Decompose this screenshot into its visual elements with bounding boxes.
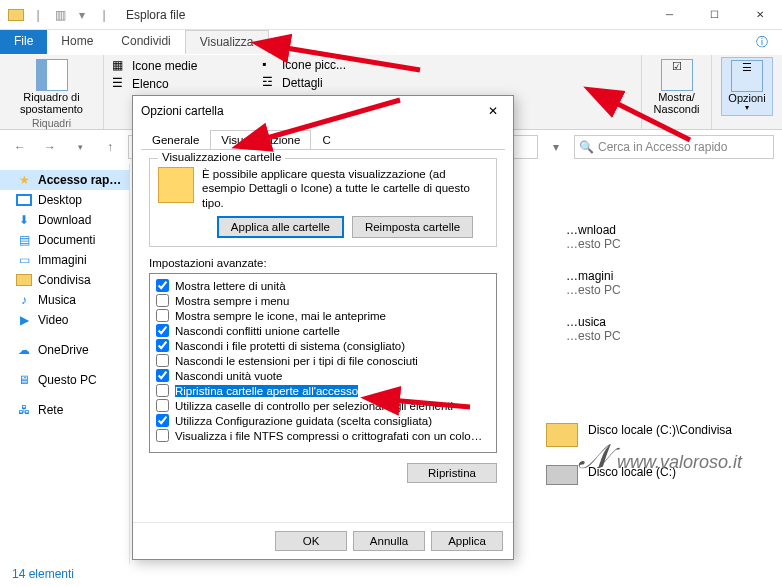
- properties-icon[interactable]: ▥: [52, 7, 68, 23]
- advanced-setting-checkbox[interactable]: [156, 354, 169, 367]
- dialog-tab-view[interactable]: Visualizzazione: [210, 130, 311, 150]
- restore-defaults-button[interactable]: Ripristina: [407, 463, 497, 483]
- sidebar-item-downloads[interactable]: ⬇Download: [0, 210, 129, 230]
- folder-options-dialog: Opzioni cartella ✕ Generale Visualizzazi…: [132, 95, 514, 560]
- advanced-setting-label: Nascondi unità vuote: [175, 370, 282, 382]
- advanced-setting-checkbox[interactable]: [156, 294, 169, 307]
- download-icon: ⬇: [16, 212, 32, 228]
- advanced-setting-label: Mostra sempre i menu: [175, 295, 289, 307]
- dialog-close-button[interactable]: ✕: [481, 99, 505, 123]
- layout-small-icons[interactable]: ▪Icone picc...: [260, 56, 348, 74]
- layout-medium-icons[interactable]: ▦Icone medie: [110, 57, 635, 75]
- advanced-setting-checkbox[interactable]: [156, 414, 169, 427]
- advanced-setting-item[interactable]: Nascondi le estensioni per i tipi di fil…: [154, 353, 492, 368]
- advanced-setting-label: Utilizza Configurazione guidata (scelta …: [175, 415, 432, 427]
- tab-share[interactable]: Condividi: [107, 30, 184, 54]
- advanced-setting-item[interactable]: Mostra lettere di unità: [154, 278, 492, 293]
- picture-icon: ▭: [16, 252, 32, 268]
- advanced-setting-item[interactable]: Mostra sempre le icone, mai le anteprime: [154, 308, 492, 323]
- dialog-tab-search[interactable]: C: [311, 130, 341, 150]
- sidebar-item-onedrive[interactable]: ☁OneDrive: [0, 340, 129, 360]
- advanced-setting-item[interactable]: Utilizza caselle di controllo per selezi…: [154, 398, 492, 413]
- advanced-setting-item[interactable]: Utilizza Configurazione guidata (scelta …: [154, 413, 492, 428]
- advanced-setting-label: Nascondi i file protetti di sistema (con…: [175, 340, 405, 352]
- advanced-setting-label: Nascondi conflitti unione cartelle: [175, 325, 340, 337]
- tab-file[interactable]: File: [0, 30, 47, 54]
- advanced-settings-list[interactable]: Mostra lettere di unitàMostra sempre i m…: [149, 273, 497, 453]
- advanced-setting-checkbox[interactable]: [156, 279, 169, 292]
- advanced-setting-item[interactable]: Nascondi i file protetti di sistema (con…: [154, 338, 492, 353]
- layout-details[interactable]: ☲Dettagli: [260, 74, 348, 92]
- checklist-icon: ☑: [661, 59, 693, 91]
- folder-icon: [546, 423, 578, 447]
- document-icon: ▤: [16, 232, 32, 248]
- grid-icon: ▦: [112, 58, 128, 74]
- advanced-setting-checkbox[interactable]: [156, 429, 169, 442]
- advanced-setting-label: Mostra lettere di unità: [175, 280, 286, 292]
- apply-to-folders-button[interactable]: Applica alle cartelle: [217, 216, 344, 238]
- advanced-setting-label: Visualizza i file NTFS compressi o critt…: [175, 430, 482, 442]
- qat-dropdown-icon[interactable]: ▾: [74, 7, 90, 23]
- nav-pane-icon: [36, 59, 68, 91]
- advanced-setting-item[interactable]: Visualizza i file NTFS compressi o critt…: [154, 428, 492, 443]
- show-hide-button[interactable]: ☑ Mostra/ Nascondi: [648, 57, 706, 117]
- options-button[interactable]: ☰ Opzioni ▾: [721, 57, 772, 116]
- music-icon: ♪: [16, 292, 32, 308]
- nav-up-button[interactable]: ↑: [98, 135, 122, 159]
- watermark-logo: 𝒩: [579, 438, 606, 475]
- sidebar-item-quick-access[interactable]: ★Accesso rap…: [0, 170, 129, 190]
- advanced-setting-item[interactable]: Mostra sempre i menu: [154, 293, 492, 308]
- ok-button[interactable]: OK: [275, 531, 347, 551]
- advanced-setting-checkbox[interactable]: [156, 369, 169, 382]
- sidebar-item-network[interactable]: 🖧Rete: [0, 400, 129, 420]
- ribbon-help-icon[interactable]: ⓘ: [742, 30, 782, 54]
- tab-view[interactable]: Visualizza: [185, 30, 269, 54]
- sidebar-item-music[interactable]: ♪Musica: [0, 290, 129, 310]
- advanced-setting-checkbox[interactable]: [156, 309, 169, 322]
- sidebar-item-this-pc[interactable]: 🖥Questo PC: [0, 370, 129, 390]
- divider-icon: |: [30, 7, 46, 23]
- maximize-button[interactable]: ☐: [692, 0, 737, 30]
- apply-button[interactable]: Applica: [431, 531, 503, 551]
- sidebar-item-documents[interactable]: ▤Documenti: [0, 230, 129, 250]
- tab-home[interactable]: Home: [47, 30, 107, 54]
- sidebar-item-pictures[interactable]: ▭Immagini: [0, 250, 129, 270]
- folder-views-group: Visualizzazione cartelle È possibile app…: [149, 158, 497, 247]
- advanced-setting-item[interactable]: Nascondi conflitti unione cartelle: [154, 323, 492, 338]
- cancel-button[interactable]: Annulla: [353, 531, 425, 551]
- reset-folders-button[interactable]: Reimposta cartelle: [352, 216, 473, 238]
- folder-large-icon: [158, 167, 194, 203]
- ribbon-tabs: File Home Condividi Visualizza ⓘ: [0, 30, 782, 55]
- advanced-setting-item[interactable]: Nascondi unità vuote: [154, 368, 492, 383]
- sidebar: ★Accesso rap… Desktop ⬇Download ▤Documen…: [0, 164, 130, 564]
- pc-icon: 🖥: [16, 372, 32, 388]
- nav-history-button[interactable]: ▾: [68, 135, 92, 159]
- search-input[interactable]: 🔍 Cerca in Accesso rapido: [574, 135, 774, 159]
- list-item[interactable]: …magini…esto PC: [566, 269, 766, 297]
- advanced-setting-checkbox[interactable]: [156, 399, 169, 412]
- advanced-setting-checkbox[interactable]: [156, 339, 169, 352]
- dialog-tabs: Generale Visualizzazione C: [133, 126, 513, 150]
- search-icon: 🔍: [579, 140, 594, 154]
- video-icon: ▶: [16, 312, 32, 328]
- address-dropdown-icon[interactable]: ▾: [544, 135, 568, 159]
- advanced-setting-checkbox[interactable]: [156, 384, 169, 397]
- advanced-setting-label: Nascondi le estensioni per i tipi di fil…: [175, 355, 418, 367]
- layout-list[interactable]: ☰Elenco: [110, 75, 635, 93]
- sidebar-item-desktop[interactable]: Desktop: [0, 190, 129, 210]
- nav-back-button[interactable]: ←: [8, 135, 32, 159]
- advanced-setting-item[interactable]: Ripristina cartelle aperte all'accesso: [154, 383, 492, 398]
- sidebar-item-shared[interactable]: Condivisa: [0, 270, 129, 290]
- list-item[interactable]: …wnload…esto PC: [566, 223, 766, 251]
- advanced-setting-checkbox[interactable]: [156, 324, 169, 337]
- sidebar-item-video[interactable]: ▶Video: [0, 310, 129, 330]
- nav-pane-button[interactable]: Riquadro di spostamento: [6, 57, 97, 117]
- close-button[interactable]: ✕: [737, 0, 782, 30]
- list-item[interactable]: …usica…esto PC: [566, 315, 766, 343]
- folder-views-description: È possibile applicare questa visualizzaz…: [202, 167, 488, 210]
- cloud-icon: ☁: [16, 342, 32, 358]
- options-icon: ☰: [731, 60, 763, 92]
- nav-forward-button[interactable]: →: [38, 135, 62, 159]
- minimize-button[interactable]: ─: [647, 0, 692, 30]
- dialog-tab-general[interactable]: Generale: [141, 130, 210, 150]
